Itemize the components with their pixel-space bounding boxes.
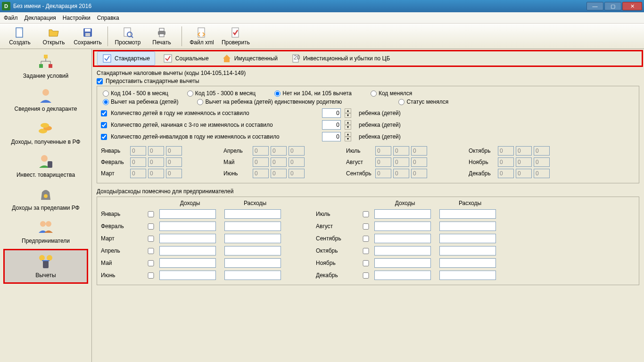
month-input-a[interactable]: [130, 157, 146, 167]
income-input[interactable]: [159, 246, 216, 255]
month-input-c[interactable]: [166, 157, 182, 167]
expense-input[interactable]: [439, 234, 496, 243]
month-input-c[interactable]: [166, 146, 182, 156]
month-check[interactable]: [146, 223, 156, 230]
month-check[interactable]: [146, 272, 156, 279]
month-check[interactable]: [361, 272, 371, 279]
radio-no-code[interactable]: Нет ни 104, ни 105 вычета: [274, 90, 352, 97]
sidebar-item-income-abroad[interactable]: Доходы за пределами РФ: [3, 183, 88, 215]
radio-status-changed[interactable]: Статус менялся: [398, 99, 448, 105]
month-input-b[interactable]: [393, 169, 409, 178]
xml-button[interactable]: Файл xml: [185, 25, 219, 48]
sidebar-item-deductions[interactable]: Вычеты: [3, 249, 88, 284]
month-input-b[interactable]: [271, 169, 287, 178]
month-input-a[interactable]: [498, 157, 514, 167]
month-input-a[interactable]: [498, 169, 514, 178]
month-input-c[interactable]: [534, 157, 550, 167]
month-input-b[interactable]: [516, 157, 532, 167]
month-input-b[interactable]: [516, 146, 532, 156]
income-input[interactable]: [159, 258, 216, 268]
expense-input[interactable]: [224, 234, 281, 243]
month-input-a[interactable]: [375, 146, 391, 156]
income-input[interactable]: [374, 234, 431, 243]
month-input-a[interactable]: [253, 157, 269, 167]
month-input-c[interactable]: [411, 157, 427, 167]
expense-input[interactable]: [224, 258, 281, 268]
expense-input[interactable]: [224, 222, 281, 231]
print-button[interactable]: Печать: [145, 25, 179, 48]
month-check[interactable]: [361, 223, 371, 230]
month-input-a[interactable]: [375, 157, 391, 167]
month-input-a[interactable]: [498, 146, 514, 156]
month-input-b[interactable]: [271, 146, 287, 156]
month-check[interactable]: [146, 236, 156, 242]
income-input[interactable]: [159, 222, 216, 231]
month-check[interactable]: [146, 211, 156, 217]
expense-input[interactable]: [439, 258, 496, 268]
month-input-b[interactable]: [148, 169, 164, 178]
income-input[interactable]: [374, 246, 431, 255]
check-button[interactable]: Проверить: [219, 25, 253, 48]
radio-child-single-parent[interactable]: Вычет на ребенка (детей) единственному р…: [197, 99, 342, 105]
sidebar-item-income-rf[interactable]: Доходы, полученные в РФ: [3, 117, 88, 149]
minimize-button[interactable]: —: [586, 2, 603, 10]
income-input[interactable]: [374, 258, 431, 268]
month-input-a[interactable]: [253, 169, 269, 178]
children-count-3[interactable]: [322, 132, 341, 141]
income-input[interactable]: [159, 209, 216, 219]
month-check[interactable]: [361, 236, 371, 242]
expense-input[interactable]: [439, 222, 496, 231]
sidebar-item-entrepreneurs[interactable]: Предприниматели: [3, 216, 88, 248]
month-check[interactable]: [146, 260, 156, 266]
tab-standard[interactable]: Стандартные: [97, 51, 155, 66]
radio-child-deduction[interactable]: Вычет на ребенка (детей): [103, 99, 178, 105]
provide-checkbox[interactable]: [97, 78, 103, 84]
spin-up[interactable]: ▲: [345, 108, 351, 113]
sidebar-item-invest[interactable]: Инвест. товарищества: [3, 150, 88, 182]
sidebar-item-declarant[interactable]: Сведения о декларанте: [3, 84, 88, 116]
income-input[interactable]: [159, 271, 216, 280]
menu-declaration[interactable]: Декларация: [25, 15, 56, 21]
children-count-check-1[interactable]: [101, 110, 107, 116]
month-input-a[interactable]: [375, 169, 391, 178]
spin-up[interactable]: ▲: [345, 132, 351, 137]
expense-input[interactable]: [224, 209, 281, 219]
radio-code104[interactable]: Код 104 - 500 в месяц: [103, 90, 168, 97]
close-button[interactable]: ✕: [622, 2, 642, 10]
month-input-a[interactable]: [130, 146, 146, 156]
income-input[interactable]: [159, 234, 216, 243]
month-input-b[interactable]: [516, 169, 532, 178]
month-input-c[interactable]: [411, 169, 427, 178]
spin-up[interactable]: ▲: [345, 120, 351, 125]
month-check[interactable]: [361, 211, 371, 217]
month-input-b[interactable]: [393, 157, 409, 167]
expense-input[interactable]: [439, 209, 496, 219]
month-input-c[interactable]: [534, 146, 550, 156]
radio-code-changed[interactable]: Код менялся: [371, 90, 412, 97]
income-input[interactable]: [374, 222, 431, 231]
month-input-a[interactable]: [130, 169, 146, 178]
children-count-2[interactable]: [322, 120, 341, 130]
expense-input[interactable]: [439, 246, 496, 255]
preview-button[interactable]: Просмотр: [111, 25, 145, 48]
spin-down[interactable]: ▼: [345, 137, 351, 141]
spin-down[interactable]: ▼: [345, 125, 351, 130]
radio-code105[interactable]: Код 105 - 3000 в месяц: [187, 90, 256, 97]
month-input-b[interactable]: [148, 157, 164, 167]
month-input-c[interactable]: [289, 146, 305, 156]
create-button[interactable]: Создать: [3, 25, 37, 48]
month-input-c[interactable]: [166, 169, 182, 178]
month-input-b[interactable]: [271, 157, 287, 167]
maximize-button[interactable]: ▢: [604, 2, 621, 10]
sidebar-item-conditions[interactable]: Задание условий: [3, 51, 88, 83]
month-check[interactable]: [361, 260, 371, 266]
expense-input[interactable]: [224, 246, 281, 255]
income-input[interactable]: [374, 271, 431, 280]
menu-file[interactable]: Файл: [4, 15, 18, 21]
provide-checkbox-row[interactable]: Предоставить стандартные вычеты: [97, 78, 639, 84]
open-button[interactable]: Открыть: [37, 25, 71, 48]
children-count-1[interactable]: [322, 108, 341, 118]
month-check[interactable]: [146, 248, 156, 254]
tab-social[interactable]: Социальные: [158, 51, 214, 66]
month-input-c[interactable]: [289, 169, 305, 178]
